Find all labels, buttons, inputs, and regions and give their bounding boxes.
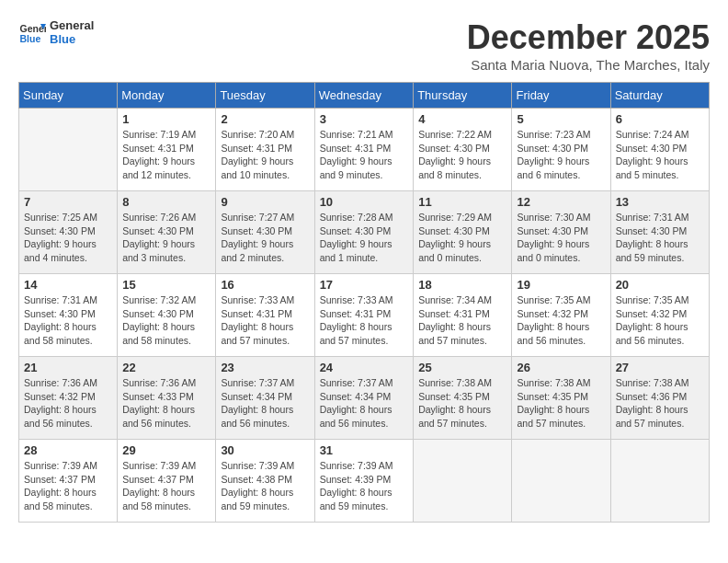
calendar-day-cell — [19, 109, 118, 191]
day-info: Sunrise: 7:28 AMSunset: 4:30 PMDaylight:… — [320, 211, 409, 265]
day-number: 28 — [24, 443, 112, 457]
day-info: Sunrise: 7:38 AMSunset: 4:35 PMDaylight:… — [418, 376, 506, 431]
day-info: Sunrise: 7:26 AMSunset: 4:30 PMDaylight:… — [122, 211, 210, 265]
day-info: Sunrise: 7:39 AMSunset: 4:38 PMDaylight:… — [221, 459, 309, 513]
day-number: 14 — [24, 278, 112, 292]
day-number: 17 — [320, 278, 409, 292]
day-number: 31 — [320, 443, 409, 457]
calendar-day-cell: 13Sunrise: 7:31 AMSunset: 4:30 PMDayligh… — [610, 191, 709, 274]
day-info: Sunrise: 7:21 AMSunset: 4:31 PMDaylight:… — [320, 128, 409, 182]
calendar-day-cell: 4Sunrise: 7:22 AMSunset: 4:30 PMDaylight… — [414, 109, 512, 191]
calendar-week-row: 1Sunrise: 7:19 AMSunset: 4:31 PMDaylight… — [19, 109, 710, 191]
day-info: Sunrise: 7:39 AMSunset: 4:37 PMDaylight:… — [122, 459, 210, 513]
month-title: December 2025 — [467, 18, 710, 57]
calendar-day-cell: 31Sunrise: 7:39 AMSunset: 4:39 PMDayligh… — [314, 440, 414, 523]
page-header: General Blue GeneralBlue December 2025 S… — [18, 18, 710, 73]
day-info: Sunrise: 7:33 AMSunset: 4:31 PMDaylight:… — [320, 293, 409, 348]
day-info: Sunrise: 7:37 AMSunset: 4:34 PMDaylight:… — [221, 376, 309, 431]
svg-text:Blue: Blue — [20, 33, 41, 44]
day-info: Sunrise: 7:19 AMSunset: 4:31 PMDaylight:… — [122, 128, 210, 182]
calendar-day-cell: 10Sunrise: 7:28 AMSunset: 4:30 PMDayligh… — [314, 191, 414, 274]
calendar-header-row: Sunday Monday Tuesday Wednesday Thursday… — [19, 83, 710, 109]
day-info: Sunrise: 7:25 AMSunset: 4:30 PMDaylight:… — [24, 211, 112, 265]
calendar-week-row: 28Sunrise: 7:39 AMSunset: 4:37 PMDayligh… — [19, 440, 710, 523]
day-number: 9 — [221, 195, 309, 209]
day-info: Sunrise: 7:22 AMSunset: 4:30 PMDaylight:… — [418, 128, 506, 182]
day-number: 11 — [418, 195, 506, 209]
day-info: Sunrise: 7:29 AMSunset: 4:30 PMDaylight:… — [418, 211, 506, 265]
day-info: Sunrise: 7:37 AMSunset: 4:34 PMDaylight:… — [320, 376, 409, 431]
day-info: Sunrise: 7:34 AMSunset: 4:31 PMDaylight:… — [418, 293, 506, 348]
calendar-day-cell: 28Sunrise: 7:39 AMSunset: 4:37 PMDayligh… — [19, 440, 118, 523]
calendar-day-cell: 1Sunrise: 7:19 AMSunset: 4:31 PMDaylight… — [118, 109, 216, 191]
header-sunday: Sunday — [19, 83, 118, 109]
day-number: 29 — [122, 443, 210, 457]
calendar-day-cell: 19Sunrise: 7:35 AMSunset: 4:32 PMDayligh… — [512, 274, 610, 357]
calendar-day-cell: 12Sunrise: 7:30 AMSunset: 4:30 PMDayligh… — [512, 191, 610, 274]
day-number: 23 — [221, 361, 309, 374]
calendar-day-cell: 3Sunrise: 7:21 AMSunset: 4:31 PMDaylight… — [314, 109, 414, 191]
calendar-day-cell: 16Sunrise: 7:33 AMSunset: 4:31 PMDayligh… — [216, 274, 314, 357]
day-number: 19 — [517, 278, 605, 292]
location-title: Santa Maria Nuova, The Marches, Italy — [467, 57, 710, 73]
day-number: 16 — [221, 278, 309, 292]
day-number: 4 — [418, 112, 506, 126]
calendar-day-cell: 6Sunrise: 7:24 AMSunset: 4:30 PMDaylight… — [610, 109, 709, 191]
calendar-day-cell: 21Sunrise: 7:36 AMSunset: 4:32 PMDayligh… — [19, 357, 118, 440]
calendar-day-cell: 18Sunrise: 7:34 AMSunset: 4:31 PMDayligh… — [414, 274, 512, 357]
day-number: 10 — [320, 195, 409, 209]
title-area: December 2025 Santa Maria Nuova, The Mar… — [467, 18, 710, 73]
calendar-day-cell: 23Sunrise: 7:37 AMSunset: 4:34 PMDayligh… — [216, 357, 314, 440]
day-number: 8 — [122, 195, 210, 209]
calendar-day-cell — [512, 440, 610, 523]
day-number: 7 — [24, 195, 112, 209]
day-info: Sunrise: 7:35 AMSunset: 4:32 PMDaylight:… — [517, 293, 605, 348]
day-number: 5 — [517, 112, 605, 126]
header-monday: Monday — [118, 83, 216, 109]
calendar-day-cell: 15Sunrise: 7:32 AMSunset: 4:30 PMDayligh… — [118, 274, 216, 357]
calendar-day-cell: 17Sunrise: 7:33 AMSunset: 4:31 PMDayligh… — [314, 274, 414, 357]
day-info: Sunrise: 7:39 AMSunset: 4:39 PMDaylight:… — [320, 459, 409, 513]
calendar-day-cell: 14Sunrise: 7:31 AMSunset: 4:30 PMDayligh… — [19, 274, 118, 357]
calendar-day-cell: 29Sunrise: 7:39 AMSunset: 4:37 PMDayligh… — [118, 440, 216, 523]
day-number: 2 — [221, 112, 309, 126]
day-info: Sunrise: 7:23 AMSunset: 4:30 PMDaylight:… — [517, 128, 605, 182]
day-info: Sunrise: 7:35 AMSunset: 4:32 PMDaylight:… — [616, 293, 704, 348]
header-thursday: Thursday — [414, 83, 512, 109]
day-info: Sunrise: 7:36 AMSunset: 4:33 PMDaylight:… — [122, 376, 210, 431]
calendar-table: Sunday Monday Tuesday Wednesday Thursday… — [18, 82, 710, 523]
calendar-day-cell: 8Sunrise: 7:26 AMSunset: 4:30 PMDaylight… — [118, 191, 216, 274]
day-number: 22 — [122, 361, 210, 374]
day-info: Sunrise: 7:33 AMSunset: 4:31 PMDaylight:… — [221, 293, 309, 348]
day-number: 21 — [24, 361, 112, 374]
day-number: 24 — [320, 361, 409, 374]
header-saturday: Saturday — [610, 83, 709, 109]
day-number: 20 — [616, 278, 704, 292]
day-number: 25 — [418, 361, 506, 374]
day-info: Sunrise: 7:38 AMSunset: 4:36 PMDaylight:… — [616, 376, 704, 431]
logo-text: GeneralBlue — [50, 18, 94, 46]
day-info: Sunrise: 7:39 AMSunset: 4:37 PMDaylight:… — [24, 459, 112, 513]
day-number: 26 — [517, 361, 605, 374]
day-number: 15 — [122, 278, 210, 292]
calendar-day-cell: 30Sunrise: 7:39 AMSunset: 4:38 PMDayligh… — [216, 440, 314, 523]
calendar-week-row: 7Sunrise: 7:25 AMSunset: 4:30 PMDaylight… — [19, 191, 710, 274]
calendar-day-cell: 2Sunrise: 7:20 AMSunset: 4:31 PMDaylight… — [216, 109, 314, 191]
calendar-day-cell — [610, 440, 709, 523]
header-wednesday: Wednesday — [314, 83, 414, 109]
calendar-day-cell: 22Sunrise: 7:36 AMSunset: 4:33 PMDayligh… — [118, 357, 216, 440]
calendar-day-cell: 9Sunrise: 7:27 AMSunset: 4:30 PMDaylight… — [216, 191, 314, 274]
calendar-day-cell: 26Sunrise: 7:38 AMSunset: 4:35 PMDayligh… — [512, 357, 610, 440]
calendar-day-cell: 7Sunrise: 7:25 AMSunset: 4:30 PMDaylight… — [19, 191, 118, 274]
calendar-day-cell: 25Sunrise: 7:38 AMSunset: 4:35 PMDayligh… — [414, 357, 512, 440]
calendar-week-row: 14Sunrise: 7:31 AMSunset: 4:30 PMDayligh… — [19, 274, 710, 357]
day-number: 1 — [122, 112, 210, 126]
day-info: Sunrise: 7:31 AMSunset: 4:30 PMDaylight:… — [616, 211, 704, 265]
day-info: Sunrise: 7:20 AMSunset: 4:31 PMDaylight:… — [221, 128, 309, 182]
day-info: Sunrise: 7:38 AMSunset: 4:35 PMDaylight:… — [517, 376, 605, 431]
day-number: 6 — [616, 112, 704, 126]
day-number: 12 — [517, 195, 605, 209]
day-info: Sunrise: 7:30 AMSunset: 4:30 PMDaylight:… — [517, 211, 605, 265]
day-info: Sunrise: 7:36 AMSunset: 4:32 PMDaylight:… — [24, 376, 112, 431]
day-info: Sunrise: 7:27 AMSunset: 4:30 PMDaylight:… — [221, 211, 309, 265]
